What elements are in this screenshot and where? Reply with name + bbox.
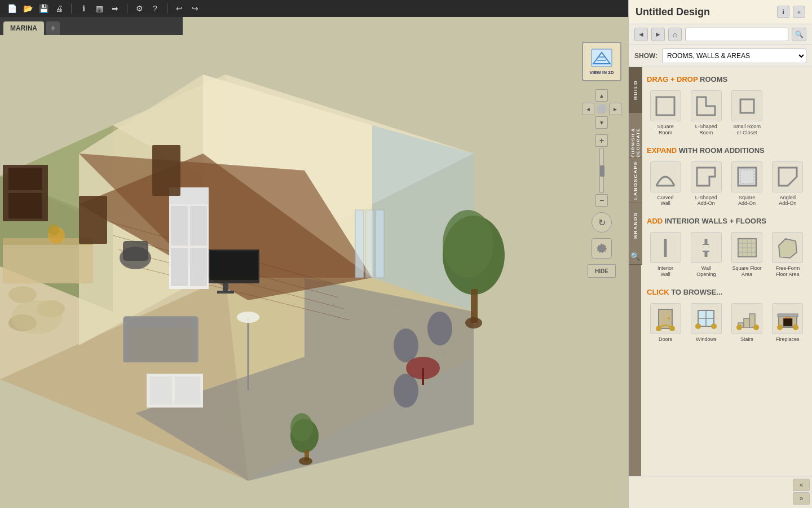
- wall-opening-icon: [691, 232, 722, 263]
- item-doors[interactable]: Doors: [647, 301, 684, 345]
- doors-icon: [650, 303, 681, 334]
- section-expand: EXPAND WITH ROOM ADDITIONS CurvedWall: [647, 146, 806, 209]
- save-icon[interactable]: 💾: [37, 2, 50, 15]
- square-addon-icon: [731, 161, 762, 192]
- panel-collapse-icon[interactable]: «: [793, 6, 805, 18]
- svg-point-56: [394, 329, 418, 362]
- svg-point-118: [777, 325, 783, 330]
- svg-marker-81: [697, 97, 715, 115]
- item-small-room[interactable]: Small Roomor Closet: [729, 88, 766, 138]
- item-l-shaped-addon[interactable]: L-ShapedAdd-On: [687, 159, 725, 209]
- open-icon[interactable]: 📂: [21, 2, 34, 15]
- room-illustration: [0, 41, 541, 503]
- angled-addon-label: AngledAdd-On: [779, 195, 796, 207]
- svg-rect-42: [223, 283, 228, 292]
- info-icon[interactable]: ℹ: [77, 2, 90, 15]
- tab-marina[interactable]: MARINA: [3, 21, 44, 35]
- nav-down-button[interactable]: ▼: [595, 116, 608, 129]
- svg-rect-80: [656, 97, 674, 115]
- show-dropdown[interactable]: ROOMS, WALLS & AREAS FURNITURE LANDSCAPE: [662, 49, 806, 63]
- l-shaped-addon-icon: [691, 161, 722, 192]
- svg-rect-41: [210, 251, 258, 280]
- panel-show-row: SHOW: ROOMS, WALLS & AREAS FURNITURE LAN…: [629, 45, 812, 67]
- rotate-button[interactable]: ↻: [592, 212, 612, 233]
- small-room-icon: [731, 90, 762, 121]
- item-square-addon[interactable]: SquareAdd-On: [729, 159, 766, 209]
- zoom-in-button[interactable]: +: [595, 134, 608, 147]
- small-room-label: Small Roomor Closet: [733, 124, 761, 136]
- zoom-controls: + −: [595, 134, 608, 207]
- svg-rect-32: [8, 168, 42, 190]
- canvas-area[interactable]: VIEW IN 2D ▲ ▼ ◄ ► + − ↻ HIDE: [0, 35, 628, 508]
- side-tab-furnish[interactable]: FURNISH & DECORATE: [629, 112, 642, 157]
- panel-collapse-up-button[interactable]: «: [793, 479, 810, 491]
- item-wall-opening[interactable]: WallOpening: [687, 230, 725, 280]
- freeform-floor-label: Free-FormFloor Area: [776, 265, 800, 278]
- panel-search-button[interactable]: 🔍: [792, 28, 806, 41]
- item-angled-addon[interactable]: AngledAdd-On: [769, 159, 806, 209]
- help-icon[interactable]: ?: [149, 2, 161, 15]
- interior-grid: InteriorWall WallOpening: [647, 230, 806, 280]
- item-square-floor[interactable]: Square FloorArea: [729, 230, 766, 280]
- svg-rect-69: [152, 145, 180, 196]
- svg-point-119: [793, 325, 798, 330]
- undo-icon[interactable]: ↩: [173, 2, 186, 15]
- drag-drop-highlight: DRAG + DROP: [647, 75, 698, 84]
- square-room-label: SquareRoom: [657, 124, 674, 136]
- item-l-shaped-room[interactable]: L-ShapedRoom: [687, 88, 725, 138]
- tab-add-button[interactable]: +: [46, 21, 60, 35]
- drag-drop-grid: SquareRoom L-ShapedRoom: [647, 88, 806, 138]
- item-stairs[interactable]: Stairs: [729, 301, 766, 345]
- side-tab-search[interactable]: 🔍: [629, 248, 642, 265]
- sep2: [127, 3, 127, 14]
- export-icon[interactable]: ➡: [109, 2, 121, 15]
- print-icon[interactable]: 🖨: [53, 2, 65, 15]
- hide-button[interactable]: HIDE: [588, 264, 616, 278]
- svg-rect-116: [783, 318, 792, 326]
- zoom-track[interactable]: [599, 148, 604, 193]
- nav-up-button[interactable]: ▲: [595, 89, 608, 102]
- expand-normal: WITH ROOM ADDITIONS: [679, 146, 765, 155]
- panel-home-button[interactable]: ⌂: [668, 28, 682, 41]
- svg-point-68: [299, 457, 312, 465]
- stairs-icon: [731, 303, 762, 334]
- tabbar: MARINA +: [0, 17, 183, 35]
- panel-collapse-down-button[interactable]: »: [793, 492, 810, 505]
- svg-rect-49: [149, 376, 172, 405]
- item-fireplaces[interactable]: Fireplaces: [769, 301, 806, 345]
- interior-wall-label: InteriorWall: [657, 265, 673, 278]
- panel-back-button[interactable]: ◄: [634, 28, 648, 41]
- panel-forward-button[interactable]: ►: [651, 28, 665, 41]
- layout-icon[interactable]: ▦: [93, 2, 105, 15]
- item-square-room[interactable]: SquareRoom: [647, 88, 684, 138]
- side-tab-build[interactable]: BUILD: [629, 67, 642, 112]
- svg-rect-36: [171, 206, 188, 246]
- view-2d-button[interactable]: VIEW IN 2D: [582, 42, 621, 81]
- drag-drop-normal: ROOMS: [700, 75, 727, 84]
- new-icon[interactable]: 📄: [6, 2, 18, 15]
- svg-rect-55: [123, 241, 148, 261]
- right-panel: Untitled Design ℹ « ◄ ► ⌂ 🔍 SHOW: ROOMS,…: [628, 0, 812, 508]
- item-curved-wall[interactable]: CurvedWall: [647, 159, 684, 209]
- svg-rect-38: [171, 248, 188, 286]
- item-freeform-floor[interactable]: Free-FormFloor Area: [769, 230, 806, 280]
- zoom-out-button[interactable]: −: [595, 194, 608, 207]
- side-tab-brands[interactable]: BRANDS: [629, 203, 642, 248]
- wall-opening-label: WallOpening: [696, 265, 716, 278]
- svg-point-108: [695, 323, 701, 329]
- item-interior-wall[interactable]: InteriorWall: [647, 230, 684, 280]
- item-windows[interactable]: Windows: [687, 301, 725, 345]
- svg-point-102: [668, 317, 670, 319]
- gear-settings-button[interactable]: [592, 238, 612, 259]
- panel-search-input[interactable]: [685, 28, 788, 41]
- nav-left-button[interactable]: ◄: [582, 103, 594, 115]
- svg-point-62: [443, 210, 493, 278]
- redo-icon[interactable]: ↪: [189, 2, 201, 15]
- expand-highlight: EXPAND: [647, 146, 677, 155]
- settings-icon[interactable]: ⚙: [133, 2, 145, 15]
- zoom-thumb[interactable]: [600, 165, 604, 177]
- panel-info-icon[interactable]: ℹ: [777, 6, 789, 18]
- nav-right-button[interactable]: ►: [609, 103, 621, 115]
- svg-marker-100: [779, 239, 797, 258]
- side-tab-landscape[interactable]: LANDSCAPE: [629, 157, 642, 203]
